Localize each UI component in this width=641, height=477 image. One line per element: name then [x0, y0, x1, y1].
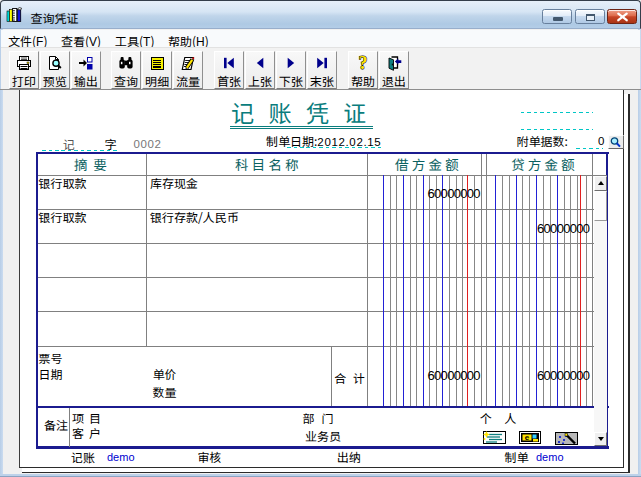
svg-text:?: ? [359, 55, 368, 71]
svg-text:e: e [525, 433, 530, 442]
